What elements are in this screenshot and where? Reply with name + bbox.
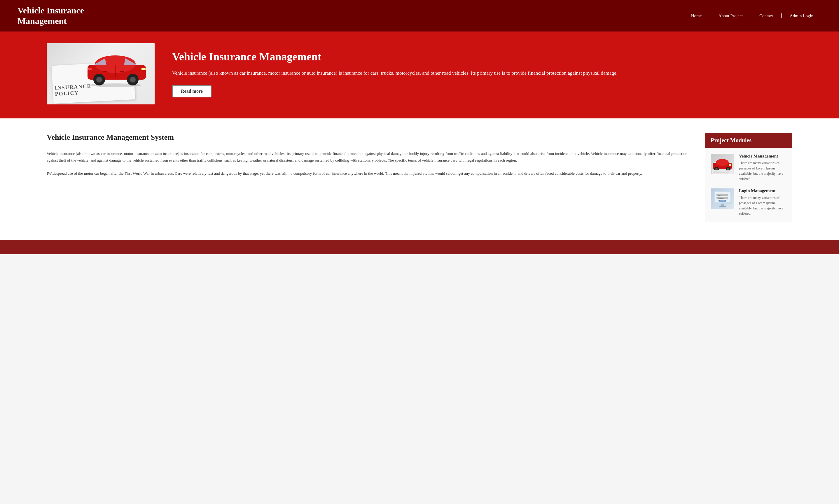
car-svg [82,46,152,87]
section-title: Vehicle Insurance Management System [47,133,687,142]
svg-point-15 [716,159,729,166]
nav-admin-login[interactable]: Admin Login [782,14,821,18]
svg-rect-20 [729,164,731,166]
svg-point-5 [96,77,102,83]
paragraph-2: IWidespread use of the motor car began a… [47,170,687,177]
header: Vehicle InsuranceManagement Home About P… [0,0,839,32]
read-more-button[interactable]: Read more [172,85,212,97]
banner-content: Vehicle Insurance Management Vehicle ins… [172,50,792,98]
svg-rect-9 [142,68,146,70]
module-vehicle-desc: There are many variations of passages of… [739,160,786,181]
sidebar-header: Project Modules [705,133,792,148]
nav-home[interactable]: Home [683,14,710,18]
navigation: Home About Project Contact Admin Login [683,14,821,18]
hero-banner: INSURANCEPOLICY [0,32,839,116]
content-left: Vehicle Insurance Management System Vehi… [47,133,687,183]
nav-contact[interactable]: Contact [751,14,782,18]
module-login-title: Login Management [739,188,786,193]
banner-heading: Vehicle Insurance Management [172,50,792,64]
svg-point-13 [89,84,142,87]
sidebar-body: Vehicle Management There are many variat… [705,148,792,222]
svg-rect-21 [712,170,733,174]
red-divider [0,116,839,119]
svg-point-17 [715,168,718,170]
svg-rect-34 [719,205,726,207]
banner-image: INSURANCEPOLICY [47,43,155,104]
module-vehicle-info: Vehicle Management There are many variat… [739,154,786,181]
module-login-info: Login Management There are many variatio… [739,188,786,216]
site-title: Vehicle InsuranceManagement [18,5,84,26]
svg-point-7 [130,77,136,83]
module-login: Login Password •••••• Submit Login Manag… [711,188,786,216]
module-vehicle-thumb [711,154,734,174]
module-vehicle: Vehicle Management There are many variat… [711,154,786,181]
svg-rect-10 [88,68,92,70]
svg-point-19 [727,168,729,170]
nav-about[interactable]: About Project [710,14,751,18]
svg-text:Submit: Submit [720,200,725,201]
svg-rect-33 [721,204,724,205]
banner-description: Vehicle insurance (also known as car ins… [172,69,792,77]
footer [0,240,839,254]
svg-rect-11 [120,71,124,72]
module-vehicle-title: Vehicle Management [739,154,786,159]
svg-rect-12 [103,71,107,72]
svg-text:••••••: •••••• [718,197,721,199]
svg-text:Login: Login [718,194,721,196]
paragraph-1: Vehicle insurance (also known as car ins… [47,150,687,164]
module-login-desc: There are many variations of passages of… [739,195,786,216]
module-login-thumb: Login Password •••••• Submit [711,188,734,209]
sidebar: Project Modules [705,133,792,222]
main-content: Vehicle Insurance Management System Vehi… [0,119,839,240]
